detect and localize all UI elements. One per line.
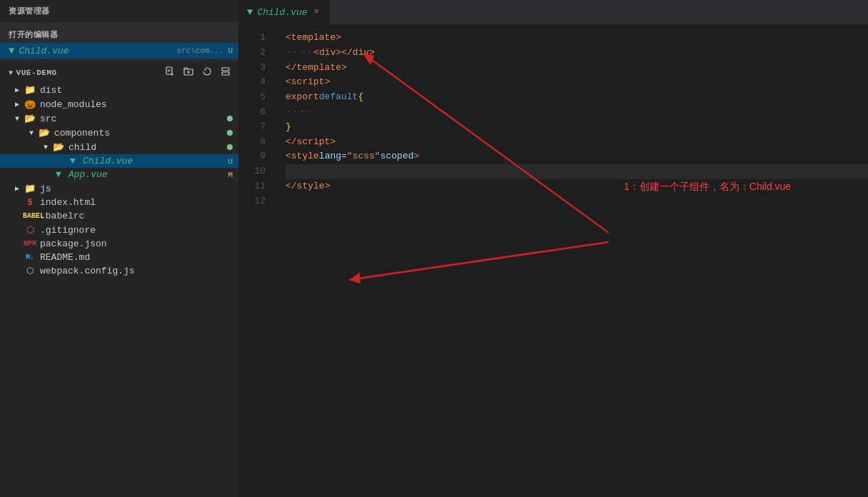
folder-icon: 📂 (23, 113, 37, 124)
code-line-1: <template> (286, 31, 868, 46)
explorer-root-label: VUE-DEMO (16, 69, 57, 77)
babel-icon: BABEL (23, 212, 37, 220)
file-label: js (40, 184, 238, 194)
tab-close-button[interactable]: × (312, 6, 321, 18)
file-label: node_modules (40, 99, 238, 110)
file-label: index.html (40, 197, 238, 208)
file-badge: M (228, 171, 233, 179)
collapsed-arrow: ▶ (11, 184, 23, 193)
new-folder-icon[interactable] (181, 66, 196, 80)
refresh-icon[interactable] (200, 66, 214, 80)
modified-dot (227, 116, 233, 121)
open-editor-item[interactable]: ▼ Child.vue src\com... U (0, 43, 238, 59)
folder-icon: 🎃 (23, 99, 37, 110)
file-label: child (69, 142, 227, 153)
open-editor-path: src\com... (176, 46, 223, 55)
webpack-icon: ⬡ (23, 266, 37, 276)
tree-item-child[interactable]: ▼ 📂 child (0, 140, 238, 154)
folder-icon: 📂 (51, 141, 66, 153)
svg-line-11 (349, 242, 608, 280)
modified-dot (227, 130, 233, 136)
code-line-6: ···· (286, 105, 868, 120)
sidebar-title: 资源管理器 (0, 0, 238, 22)
svg-rect-0 (166, 67, 172, 74)
file-label: README.md (40, 252, 238, 263)
collapse-all-icon[interactable] (218, 66, 233, 80)
code-line-12 (286, 194, 868, 209)
open-editors-label: 打开的编辑器 (0, 26, 238, 43)
collapsed-arrow: ▶ (11, 86, 23, 94)
tree-item-dist[interactable]: ▶ 📁 dist (0, 83, 238, 97)
file-label: components (54, 128, 227, 139)
line-numbers: 1 2 3 4 5 6 7 8 9 10 11 12 (238, 25, 274, 497)
code-line-2: ····<div></div> (286, 46, 868, 61)
file-label: dist (40, 85, 238, 96)
file-label: App.vue (69, 169, 228, 180)
file-label: webpack.config.js (40, 266, 238, 276)
explorer-toolbar (163, 66, 233, 80)
file-badge: U (228, 157, 233, 166)
git-icon: ⬡ (23, 224, 37, 236)
open-editors-section: 打开的编辑器 ▼ Child.vue src\com... U (0, 22, 238, 61)
tree-item-webpack[interactable]: ▶ ⬡ webpack.config.js (0, 264, 238, 278)
tab-vue-icon: ▼ (247, 6, 253, 18)
vue-file-icon: ▼ (51, 169, 66, 180)
file-label: .babelrc (40, 211, 238, 221)
code-line-11: </style> (286, 179, 868, 194)
expanded-arrow: ▼ (40, 144, 51, 151)
file-label: src (40, 114, 227, 124)
editor-tab-child-vue[interactable]: ▼ Child.vue × (238, 0, 330, 24)
vue-icon: ▼ (9, 45, 14, 56)
tree: ▶ 📁 dist ▶ 🎃 node_modules ▼ 📂 src ▼ 📂 co… (0, 83, 238, 278)
folder-icon: 📂 (37, 127, 51, 139)
vue-file-icon: ▼ (66, 156, 80, 166)
code-area: <template> ····<div></div> </template> <… (274, 25, 868, 497)
code-line-3: </template> (286, 61, 868, 76)
code-line-4: <script> (286, 75, 868, 90)
file-label: .gitignore (40, 225, 238, 236)
modified-dot (227, 144, 233, 150)
tree-item-index-html[interactable]: ▶ 5 index.html (0, 196, 238, 209)
tree-item-child-vue[interactable]: ▶ ▼ Child.vue U (0, 154, 238, 168)
tree-item-app-vue[interactable]: ▶ ▼ App.vue M (0, 168, 238, 181)
code-line-9: <style lang="scss" scoped> (286, 149, 868, 164)
file-label: Child.vue (83, 156, 228, 166)
collapsed-arrow: ▶ (11, 100, 23, 109)
code-line-8: </script> (286, 135, 868, 150)
open-editor-badge: U (228, 46, 233, 55)
open-editor-name: Child.vue (19, 46, 173, 56)
tree-item-gitignore[interactable]: ▶ ⬡ .gitignore (0, 223, 238, 237)
editor-content: 1 2 3 4 5 6 7 8 9 10 11 12 <template> ··… (238, 25, 868, 497)
svg-rect-8 (222, 72, 229, 75)
tree-item-js[interactable]: ▶ 📁 js (0, 181, 238, 196)
folder-icon: 📁 (23, 183, 37, 194)
sidebar: 资源管理器 打开的编辑器 ▼ Child.vue src\com... U ▼ … (0, 0, 238, 497)
folder-icon: 📁 (23, 84, 37, 96)
explorer-root: ▼ VUE-DEMO (0, 61, 238, 83)
tree-item-package-json[interactable]: ▶ NPM package.json (0, 237, 238, 251)
tree-item-src[interactable]: ▼ 📂 src (0, 111, 238, 126)
editor: ▼ Child.vue × 1 2 3 4 5 6 7 8 9 10 11 12… (238, 0, 868, 497)
tree-item-components[interactable]: ▼ 📂 components (0, 126, 238, 140)
expanded-arrow: ▼ (11, 115, 23, 123)
file-label: package.json (40, 239, 238, 249)
tab-name: Child.vue (257, 7, 307, 18)
code-line-7: } (286, 120, 868, 135)
code-line-10 (286, 164, 868, 179)
svg-rect-7 (222, 68, 229, 71)
tree-item-node-modules[interactable]: ▶ 🎃 node_modules (0, 97, 238, 111)
html-icon: 5 (23, 198, 37, 208)
new-file-icon[interactable] (163, 66, 177, 80)
tree-item-babelrc[interactable]: ▶ BABEL .babelrc (0, 209, 238, 223)
code-line-5: export default { (286, 90, 868, 105)
expanded-arrow: ▼ (26, 129, 37, 137)
md-icon: M↓ (23, 253, 37, 261)
tree-item-readme[interactable]: ▶ M↓ README.md (0, 251, 238, 264)
npm-icon: NPM (23, 240, 37, 248)
editor-tabs: ▼ Child.vue × (238, 0, 868, 25)
